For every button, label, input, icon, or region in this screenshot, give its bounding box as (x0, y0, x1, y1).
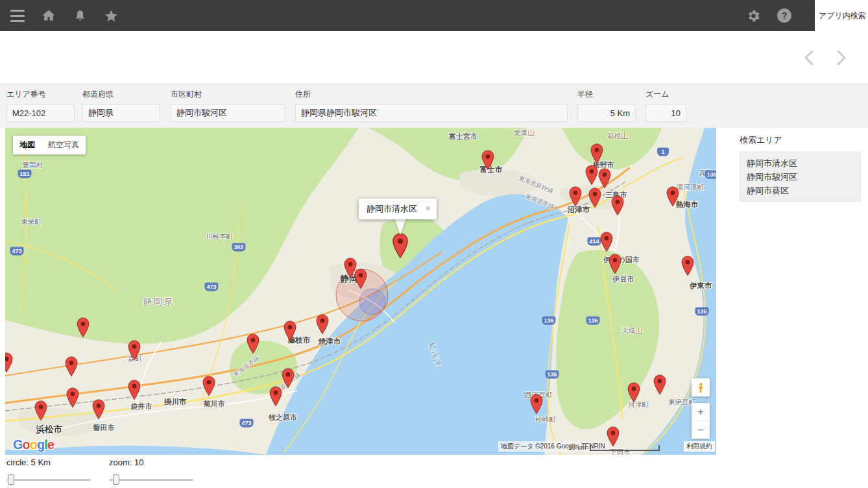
map-marker-pin[interactable] (590, 143, 604, 164)
record-fields: エリア番号 M22-102 都道府県 静岡県 市区町村 静岡市駿河区 住所 静岡… (0, 84, 868, 128)
field-area-number: エリア番号 M22-102 (6, 89, 75, 122)
map-scale: 10 km (568, 444, 660, 451)
prev-record-button[interactable] (798, 47, 821, 70)
map-marker-pin[interactable] (354, 269, 368, 289)
map-label: 焼津市 (319, 337, 341, 347)
route-shield: 473 (239, 419, 253, 428)
prefecture-input[interactable]: 静岡県 (82, 104, 160, 122)
field-label: 都道府県 (82, 89, 160, 100)
address-input[interactable]: 静岡県静岡市駿河区 (295, 104, 568, 122)
map-marker-pin[interactable] (481, 150, 495, 171)
info-window-close-icon[interactable]: × (426, 204, 431, 213)
zoom-input[interactable]: 10 (645, 104, 686, 122)
map-marker-pin[interactable] (653, 374, 667, 395)
scale-line (590, 445, 660, 451)
field-zoom: ズーム 10 (645, 89, 686, 122)
next-record-button[interactable] (829, 47, 852, 70)
map-marker-pin[interactable] (666, 186, 680, 207)
map-marker-pin[interactable] (598, 168, 612, 189)
map-marker-pin[interactable] (569, 186, 583, 207)
map-marker-pin[interactable] (202, 376, 216, 396)
top-app-bar: ? アプリ内検索 (0, 0, 868, 31)
map-marker-pin[interactable] (392, 233, 409, 259)
map-marker-pin[interactable] (247, 334, 260, 354)
map-slider-controls: circle: 5 Km zoom: 10 (0, 455, 868, 488)
map-marker-pin[interactable] (66, 387, 80, 408)
favorites-star-icon[interactable] (100, 0, 122, 31)
field-label: ズーム (645, 89, 686, 100)
in-app-search-box[interactable]: アプリ内検索 (815, 0, 868, 31)
map-type-satellite-button[interactable]: 航空写真 (42, 136, 86, 154)
zoom-level-slider[interactable] (109, 474, 193, 485)
map-marker-pin[interactable] (283, 321, 297, 341)
search-area-item: 静岡市駿河区 (747, 170, 854, 184)
map-type-map-button[interactable]: 地図 (13, 136, 42, 154)
home-icon[interactable] (38, 0, 60, 31)
map-marker-pin[interactable] (269, 386, 283, 407)
map-label: 伊豆市 (613, 274, 634, 284)
map-canvas[interactable]: 地図 航空写真 静岡市清水区 × + − Google 地図データ ©2016 … (5, 128, 716, 455)
map-label: 菊川市 (204, 399, 225, 409)
map-marker-pin[interactable] (128, 380, 141, 400)
map-marker-pin[interactable] (611, 195, 625, 216)
route-shield: 136 (586, 317, 599, 325)
area-number-input[interactable]: M22-102 (6, 104, 75, 122)
slider-track[interactable] (6, 479, 91, 481)
map-label: 掛川市 (164, 397, 187, 407)
slider-track[interactable] (109, 479, 193, 481)
notifications-bell-icon[interactable] (69, 0, 91, 31)
slider-handle[interactable] (8, 474, 14, 485)
map-marker-pin[interactable] (530, 394, 544, 415)
map-marker-pin[interactable] (585, 165, 599, 186)
map-marker-pin[interactable] (681, 256, 695, 276)
map-label: 浜松市 (36, 424, 63, 435)
map-marker-pin[interactable] (627, 382, 641, 403)
map-label: 富士宮市 (449, 132, 477, 141)
zoom-level-label: zoom: 10 (109, 458, 143, 467)
info-window-stem (394, 218, 406, 235)
map-marker-pin[interactable] (609, 254, 622, 274)
route-shield: 135 (705, 171, 716, 179)
map-marker-pin[interactable] (34, 400, 48, 421)
settings-gear-icon[interactable] (742, 0, 764, 31)
route-shield: 136 (542, 317, 555, 325)
route-shield: 362 (232, 243, 245, 252)
pegman-control[interactable] (692, 378, 710, 396)
map-marker-pin[interactable] (77, 317, 90, 338)
map-marker-pin[interactable] (5, 352, 14, 373)
search-area-item: 静岡市清水区 (747, 156, 854, 170)
search-area-item: 静岡市葵区 (747, 184, 854, 197)
map-marker-pin[interactable] (282, 368, 295, 389)
field-label: 市区町村 (171, 89, 285, 100)
map-label: 湯河原町 (677, 183, 704, 192)
map-label: 川根本町 (206, 232, 233, 241)
zoom-out-button[interactable]: − (692, 421, 710, 439)
route-shield: 473 (10, 247, 23, 256)
route-shield: 135 (695, 308, 708, 316)
field-label: 半径 (577, 89, 636, 100)
map-marker-pin[interactable] (65, 356, 78, 377)
map-label: 天城山 (621, 326, 642, 336)
menu-icon[interactable] (6, 0, 29, 31)
map-marker-pin[interactable] (600, 232, 614, 252)
field-label: エリア番号 (6, 89, 75, 100)
field-radius: 半径 5 Km (577, 89, 636, 122)
field-prefecture: 都道府県 静岡県 (82, 89, 160, 122)
route-shield: 151 (18, 170, 31, 178)
pegman-icon (695, 382, 706, 393)
city-ward-input[interactable]: 静岡市駿河区 (171, 104, 285, 122)
zoom-in-button[interactable]: + (692, 403, 710, 421)
circle-radius-slider[interactable] (6, 474, 91, 485)
map-marker-pin[interactable] (588, 188, 602, 208)
terms-link[interactable]: 利用規約 (684, 441, 715, 452)
radius-input[interactable]: 5 Km (577, 104, 636, 122)
map-label: 磐田市 (93, 423, 115, 433)
map-marker-pin[interactable] (128, 340, 141, 361)
map-marker-pin[interactable] (92, 399, 106, 420)
help-icon[interactable]: ? (773, 0, 795, 31)
search-area-list: 静岡市清水区 静岡市駿河区 静岡市葵区 (740, 152, 861, 202)
google-logo[interactable]: Google (13, 437, 54, 452)
slider-handle[interactable] (113, 474, 119, 485)
scale-text: 10 km (568, 444, 586, 451)
map-marker-pin[interactable] (316, 314, 330, 335)
